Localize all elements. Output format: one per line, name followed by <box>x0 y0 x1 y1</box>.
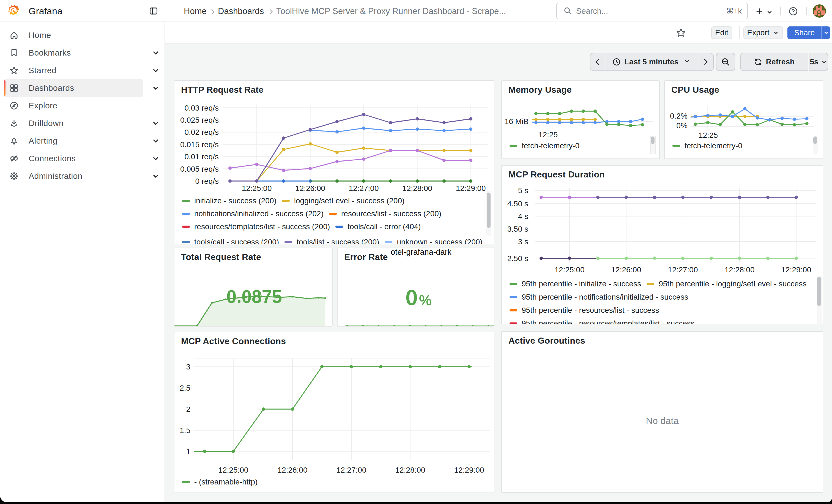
svg-text:3.50 s: 3.50 s <box>508 225 528 233</box>
svg-text:0.03 req/s: 0.03 req/s <box>184 104 219 112</box>
svg-text:0.015 req/s: 0.015 req/s <box>180 140 219 149</box>
svg-text:0.025 req/s: 0.025 req/s <box>180 116 219 124</box>
svg-text:0.2%: 0.2% <box>670 112 687 120</box>
svg-text:12:25: 12:25 <box>539 130 558 139</box>
svg-text:12:27:00: 12:27:00 <box>349 184 379 192</box>
svg-text:12:26:00: 12:26:00 <box>295 184 325 192</box>
svg-text:12:28:00: 12:28:00 <box>395 466 425 474</box>
svg-text:12:25:00: 12:25:00 <box>242 184 272 192</box>
svg-text:2.5: 2.5 <box>180 384 190 392</box>
svg-text:12:25:00: 12:25:00 <box>555 265 584 274</box>
svg-text:0 req/s: 0 req/s <box>195 177 219 185</box>
svg-text:3: 3 <box>186 363 190 371</box>
svg-text:0: 0 <box>406 285 418 310</box>
svg-text:2: 2 <box>186 405 190 414</box>
svg-text:1.5: 1.5 <box>180 426 190 435</box>
svg-text:12:29:00: 12:29:00 <box>454 466 484 474</box>
svg-text:4.50 s: 4.50 s <box>508 200 528 208</box>
svg-text:0.01 req/s: 0.01 req/s <box>184 152 219 161</box>
svg-text:12:28:00: 12:28:00 <box>402 184 432 192</box>
svg-text:12:29:00: 12:29:00 <box>781 265 811 274</box>
svg-text:12:28:00: 12:28:00 <box>725 265 755 274</box>
svg-text:0.0875: 0.0875 <box>227 286 282 307</box>
svg-text:4 s: 4 s <box>518 212 528 221</box>
svg-text:12:27:00: 12:27:00 <box>337 466 366 474</box>
svg-text:3 s: 3 s <box>518 237 528 246</box>
svg-text:12:26:00: 12:26:00 <box>612 265 641 274</box>
svg-text:%: % <box>419 292 432 308</box>
svg-text:16 MiB: 16 MiB <box>504 117 528 126</box>
svg-text:12:25:00: 12:25:00 <box>218 466 249 474</box>
svg-text:0.005 req/s: 0.005 req/s <box>180 165 219 173</box>
svg-text:12:26:00: 12:26:00 <box>278 466 308 474</box>
svg-text:12:25: 12:25 <box>699 131 718 139</box>
svg-text:12:27:00: 12:27:00 <box>668 265 698 274</box>
svg-text:2.50 s: 2.50 s <box>508 254 528 263</box>
svg-text:1: 1 <box>186 447 190 456</box>
svg-text:12:29:00: 12:29:00 <box>456 184 486 192</box>
svg-text:0.02 req/s: 0.02 req/s <box>184 128 219 136</box>
svg-text:0%: 0% <box>676 121 687 130</box>
svg-text:5 s: 5 s <box>518 186 528 195</box>
